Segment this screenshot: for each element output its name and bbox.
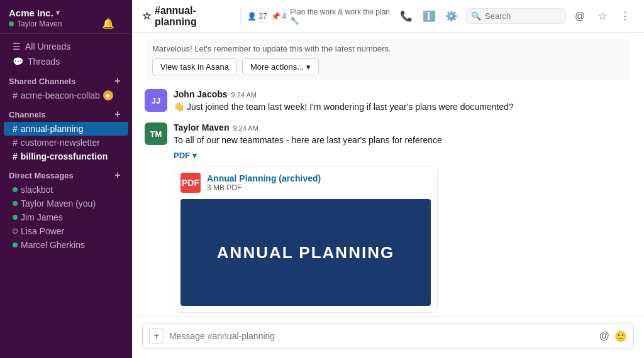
marcel-gherkins-status-dot xyxy=(13,242,18,247)
message-input[interactable] xyxy=(169,331,594,341)
message-author-taylor-maven: Taylor Maven xyxy=(174,122,229,133)
message-text-taylor-maven: To all of our new teammates - here are l… xyxy=(174,134,631,147)
sidebar-item-customer-newsletter[interactable]: # customer-newsletter xyxy=(4,136,128,149)
all-unreads-label: All Unreads xyxy=(25,41,70,52)
all-unreads-icon: ☰ xyxy=(13,41,21,52)
hash-icon: # xyxy=(13,151,18,161)
message-meta-taylor-maven: Taylor Maven 9:24 AM xyxy=(174,122,631,133)
pdf-attachment: PDF Annual Planning (archived) 3 MB PDF … xyxy=(174,166,438,313)
truncated-text: Marvelous! Let's remember to update this… xyxy=(152,44,391,53)
members-icon: 👤 xyxy=(247,12,257,21)
at-icon[interactable]: @ xyxy=(571,8,589,25)
customer-newsletter-label: customer-newsletter xyxy=(21,138,100,148)
message-john-jacobs: JJ John Jacobs 9:24 AM 👋 Just joined the… xyxy=(145,89,631,114)
pdf-label-text: PDF xyxy=(174,151,190,160)
sidebar-item-all-unreads[interactable]: ☰ All Unreads xyxy=(4,39,128,54)
settings-icon[interactable]: ⚙️ xyxy=(443,8,460,25)
channels-section: Channels + xyxy=(0,102,132,122)
sidebar-item-billing-crossfunction[interactable]: # billing-crossfunction xyxy=(4,149,128,163)
add-channel-button[interactable]: + xyxy=(112,109,123,120)
message-content-john-jacobs: John Jacobs 9:24 AM 👋 Just joined the te… xyxy=(174,89,631,114)
search-box[interactable]: 🔍 xyxy=(465,8,566,24)
members-meta: 👤 37 xyxy=(247,12,267,21)
pdf-size: 3 MB PDF xyxy=(207,183,321,192)
sidebar-item-annual-planning[interactable]: # annual-planning xyxy=(4,122,128,136)
sidebar-item-marcel-gherkins[interactable]: Marcel Gherkins xyxy=(4,238,128,252)
channel-header: ☆ #annual-planning 👤 37 📌 4 Plan the wor… xyxy=(132,0,644,33)
call-icon[interactable]: 📞 xyxy=(397,8,415,25)
hash-icon: # xyxy=(13,90,18,100)
sidebar-item-slackbot[interactable]: slackbot xyxy=(4,183,128,197)
pdf-name[interactable]: Annual Planning (archived) xyxy=(207,173,321,183)
message-input-box: + @ 🙂 xyxy=(142,323,634,349)
threads-icon: 💬 xyxy=(13,57,23,67)
user-name-label: Taylor Maven xyxy=(17,19,62,28)
more-icon[interactable]: ⋮ xyxy=(616,8,634,25)
dm-section: Direct Messages + xyxy=(0,163,132,183)
sidebar: Acme Inc. ▾ 🔔 Taylor Maven ☰ All Unreads… xyxy=(0,0,132,358)
pdf-card-header: PDF Annual Planning (archived) 3 MB PDF xyxy=(180,173,431,193)
hash-icon: # xyxy=(13,138,18,148)
avatar-john-jacobs: JJ xyxy=(145,89,167,112)
truncated-message: Marvelous! Let's remember to update this… xyxy=(145,39,631,80)
annual-planning-label: annual-planning xyxy=(21,124,84,134)
members-count: 37 xyxy=(258,12,267,21)
sidebar-item-threads[interactable]: 💬 Threads xyxy=(4,54,128,69)
jim-james-status-dot xyxy=(13,215,18,220)
search-icon: 🔍 xyxy=(471,11,481,21)
channel-meta: 👤 37 📌 4 Plan the work & work the plan 🔧 xyxy=(240,8,391,25)
lisa-power-label: Lisa Power xyxy=(21,226,64,236)
pins-meta: 📌 4 xyxy=(271,12,287,21)
message-content-taylor-maven: Taylor Maven 9:24 AM To all of our new t… xyxy=(174,122,631,313)
sidebar-item-taylor-maven[interactable]: Taylor Maven (you) xyxy=(4,197,128,210)
shared-channels-section: Shared Channels + xyxy=(0,69,132,89)
workspace-chevron-icon: ▾ xyxy=(56,9,60,17)
pdf-thumbnail-text: ANNUAL PLANNING xyxy=(217,243,394,263)
sidebar-item-jim-james[interactable]: Jim James xyxy=(4,210,128,224)
slackbot-label: slackbot xyxy=(21,185,53,195)
at-mention-icon[interactable]: @ xyxy=(599,330,609,342)
pins-count: 4 xyxy=(282,12,287,21)
billing-crossfunction-label: billing-crossfunction xyxy=(21,151,108,161)
shared-channel-label: acme-beacon-collab xyxy=(21,90,100,100)
pdf-info: Annual Planning (archived) 3 MB PDF xyxy=(207,173,321,192)
message-taylor-maven: TM Taylor Maven 9:24 AM To all of our ne… xyxy=(145,122,631,313)
slackbot-status-dot xyxy=(13,187,18,192)
bookmark-icon[interactable]: ☆ xyxy=(594,8,611,25)
channel-title: ☆ #annual-planning xyxy=(142,5,231,28)
channel-star-icon[interactable]: ☆ xyxy=(142,10,151,22)
avatar-taylor-maven: TM xyxy=(145,122,167,145)
info-icon[interactable]: ℹ️ xyxy=(420,8,438,25)
sidebar-item-acme-beacon-collab[interactable]: # acme-beacon-collab ◆ xyxy=(4,89,128,102)
emoji-icon[interactable]: 🙂 xyxy=(614,330,627,342)
main-panel: ☆ #annual-planning 👤 37 📌 4 Plan the wor… xyxy=(132,0,644,358)
sidebar-item-lisa-power[interactable]: Lisa Power xyxy=(4,224,128,238)
beacon-icon: ◆ xyxy=(103,90,113,100)
hash-icon: # xyxy=(13,124,18,134)
action-buttons: View task in Asana More actions... ▾ xyxy=(152,58,624,75)
dm-header-label: Direct Messages xyxy=(9,171,74,180)
pin-icon: 📌 xyxy=(271,12,280,21)
add-shared-channel-button[interactable]: + xyxy=(112,75,123,87)
jim-james-label: Jim James xyxy=(21,212,63,222)
message-add-button[interactable]: + xyxy=(149,328,164,344)
bell-icon[interactable]: 🔔 xyxy=(102,18,114,30)
message-input-area: + @ 🙂 xyxy=(132,316,644,358)
channel-name-label: #annual-planning xyxy=(155,5,231,28)
lisa-power-status-dot xyxy=(13,229,18,234)
pdf-toggle-label[interactable]: PDF ▾ xyxy=(174,151,197,160)
search-input[interactable] xyxy=(485,11,560,21)
more-actions-button[interactable]: More actions... ▾ xyxy=(242,58,319,75)
pdf-thumbnail[interactable]: ANNUAL PLANNING xyxy=(180,199,431,306)
workspace-name[interactable]: Acme Inc. ▾ xyxy=(9,8,60,18)
add-dm-button[interactable]: + xyxy=(112,170,123,181)
channels-header-label: Channels xyxy=(9,110,46,119)
view-task-button[interactable]: View task in Asana xyxy=(152,58,237,75)
pdf-file-icon: PDF xyxy=(180,173,201,193)
message-time-taylor-maven: 9:24 AM xyxy=(233,124,258,132)
taylor-maven-status-dot xyxy=(13,201,18,206)
sidebar-nav: ☰ All Unreads 💬 Threads Shared Channels … xyxy=(0,34,132,358)
dropdown-chevron-icon: ▾ xyxy=(306,62,311,72)
user-status-dot xyxy=(9,21,14,26)
message-text-john-jacobs: 👋 Just joined the team last week! I'm wo… xyxy=(174,100,631,114)
